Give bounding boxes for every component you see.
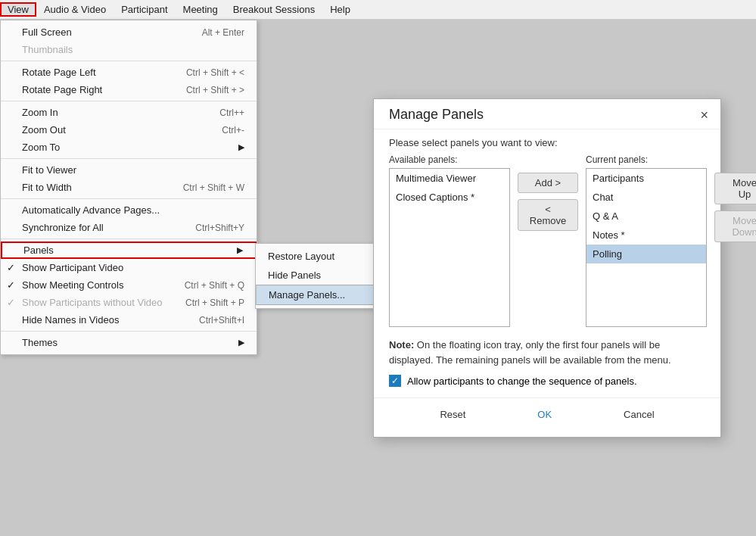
remove-button[interactable]: < Remove <box>518 199 578 231</box>
available-panels-listbox[interactable]: Multimedia Viewer Closed Captions * <box>389 168 510 327</box>
dialog-body: Available panels: Multimedia Viewer Clos… <box>374 154 720 387</box>
menu-fit-viewer[interactable]: Fit to Viewer <box>1 161 257 179</box>
dialog-subtitle: Please select panels you want to view: <box>374 129 720 154</box>
move-down-button[interactable]: Move Down <box>714 210 756 242</box>
menubar-meeting[interactable]: Meeting <box>176 2 226 17</box>
current-panels-label: Current panels: <box>586 154 707 165</box>
menu-hide-names[interactable]: Hide Names in Videos Ctrl+Shift+I <box>1 311 257 329</box>
submenu-manage-panels[interactable]: Manage Panels... <box>256 285 390 305</box>
check-participant-video: ✓ <box>7 262 15 273</box>
sep-3 <box>1 158 257 159</box>
check-meeting-controls: ✓ <box>7 279 15 291</box>
submenu-hide-panels[interactable]: Hide Panels <box>256 266 390 285</box>
menu-synchronize[interactable]: Synchronize for All Ctrl+Shift+Y <box>1 219 257 236</box>
menu-thumbnails: Thumbnails <box>1 41 257 58</box>
menu-show-meeting-controls[interactable]: ✓ Show Meeting Controls Ctrl + Shift + Q <box>1 276 257 294</box>
menu-auto-advance[interactable]: Automatically Advance Pages... <box>1 201 257 219</box>
checkbox-label: Allow participants to change the sequenc… <box>407 376 637 387</box>
menu-rotate-left[interactable]: Rotate Page Left Ctrl + Shift + < <box>1 64 257 81</box>
menu-zoom-in[interactable]: Zoom In Ctrl++ <box>1 104 257 121</box>
menubar-breakout[interactable]: Breakout Sessions <box>226 2 322 17</box>
menubar-help[interactable]: Help <box>322 2 358 17</box>
submenu-restore-layout[interactable]: Restore Layout <box>256 247 390 266</box>
menu-panels[interactable]: Panels ▶ Restore Layout Hide Panels Mana… <box>1 242 257 259</box>
add-button[interactable]: Add > <box>518 173 578 193</box>
current-item-chat[interactable]: Chat <box>586 188 706 207</box>
current-item-notes[interactable]: Notes * <box>586 226 706 245</box>
ok-button[interactable]: OK <box>525 404 564 425</box>
menu-zoom-out[interactable]: Zoom Out Ctrl+- <box>1 121 257 139</box>
dialog-title: Manage Panels <box>389 107 484 123</box>
sep-2 <box>1 101 257 101</box>
move-col: Move Up Move Down <box>714 154 756 242</box>
cancel-button[interactable]: Cancel <box>611 404 666 425</box>
dialog-titlebar: Manage Panels × <box>374 99 720 129</box>
menu-show-participant-video[interactable]: ✓ Show Participant Video <box>1 259 257 276</box>
checkbox-row[interactable]: ✓ Allow participants to change the seque… <box>389 375 705 387</box>
sep-4 <box>1 198 257 199</box>
current-panels-listbox[interactable]: Participants Chat Q & A Notes * Polling <box>586 168 707 327</box>
check-without-video: ✓ <box>7 297 15 308</box>
note-text: On the floating icon tray, only the firs… <box>389 339 671 366</box>
available-item-multimedia[interactable]: Multimedia Viewer <box>390 169 509 188</box>
menubar-view[interactable]: View <box>0 2 36 17</box>
reset-button[interactable]: Reset <box>428 404 478 425</box>
current-panels-col: Current panels: Participants Chat Q & A … <box>586 154 707 327</box>
menu-zoom-to[interactable]: Zoom To ▶ <box>1 139 257 156</box>
dialog-footer: Reset OK Cancel <box>374 397 720 425</box>
menubar-audio-video[interactable]: Audio & Video <box>36 2 114 17</box>
sep-1 <box>1 61 257 61</box>
view-dropdown-menu: Full Screen Alt + Enter Thumbnails Rotat… <box>0 20 257 355</box>
checkbox-checkmark: ✓ <box>391 376 399 385</box>
current-item-participants[interactable]: Participants <box>586 169 706 188</box>
panels-row: Available panels: Multimedia Viewer Clos… <box>389 154 705 327</box>
available-panels-col: Available panels: Multimedia Viewer Clos… <box>389 154 510 327</box>
sep-5 <box>1 238 257 239</box>
available-panels-label: Available panels: <box>389 154 510 165</box>
menubar: View Audio & Video Participant Meeting B… <box>0 0 756 20</box>
allow-sequence-checkbox[interactable]: ✓ <box>389 375 401 387</box>
menu-fit-width[interactable]: Fit to Width Ctrl + Shift + W <box>1 179 257 196</box>
current-item-qa[interactable]: Q & A <box>586 207 706 226</box>
manage-panels-dialog[interactable]: Manage Panels × Please select panels you… <box>373 98 721 438</box>
menu-fullscreen[interactable]: Full Screen Alt + Enter <box>1 23 257 41</box>
available-item-captions[interactable]: Closed Captions * <box>390 188 509 207</box>
note-label: Note: <box>389 339 414 351</box>
current-item-polling[interactable]: Polling <box>586 245 706 263</box>
move-up-button[interactable]: Move Up <box>714 173 756 204</box>
menubar-participant[interactable]: Participant <box>114 2 175 17</box>
menu-show-without-video: ✓ Show Participants without Video Ctrl +… <box>1 294 257 311</box>
note-section: Note: On the floating icon tray, only th… <box>389 338 705 367</box>
panels-submenu: Restore Layout Hide Panels Manage Panels… <box>255 243 391 309</box>
menu-themes[interactable]: Themes ▶ <box>1 334 257 351</box>
menu-rotate-right[interactable]: Rotate Page Right Ctrl + Shift + > <box>1 81 257 98</box>
dialog-close-button[interactable]: × <box>700 108 708 122</box>
add-remove-col: Add > < Remove <box>518 154 578 231</box>
sep-6 <box>1 331 257 332</box>
